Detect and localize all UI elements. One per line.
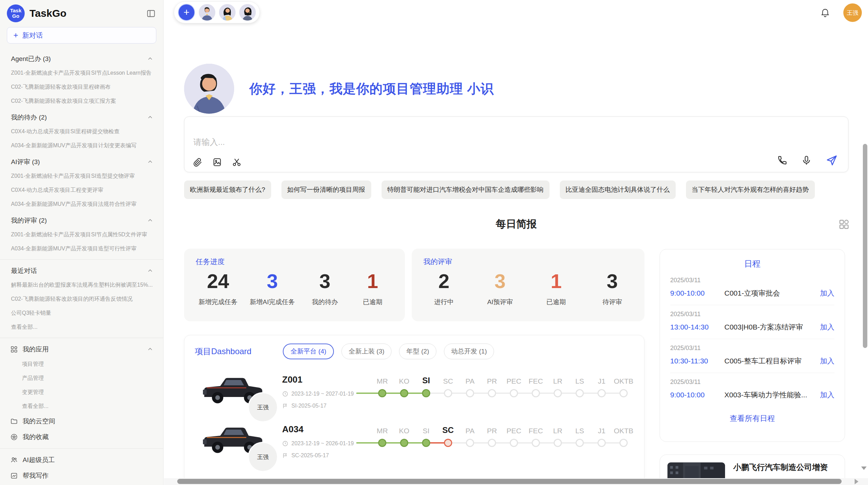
join-link[interactable]: 加入: [820, 356, 834, 366]
section-recent-chats[interactable]: 最近对话: [0, 263, 163, 278]
milestone-label: KO: [399, 423, 409, 435]
section-my-review[interactable]: 我的评审 (2): [0, 213, 163, 228]
section-my-todo[interactable]: 我的待办 (2): [0, 110, 163, 125]
send-icon[interactable]: [825, 154, 838, 166]
image-icon[interactable]: [212, 157, 222, 167]
horizontal-scrollbar-thumb[interactable]: [177, 479, 842, 484]
schedule-event-title: C005-整车工程目标评审: [724, 356, 820, 366]
join-link[interactable]: 加入: [820, 322, 834, 332]
new-chat-button[interactable]: + 新对话: [7, 27, 156, 43]
recent-chat-item[interactable]: C02-飞腾新能源轻客改款项目的闭环通告反馈情况: [0, 292, 163, 306]
sidebar-item-help-write[interactable]: 帮我写作: [0, 468, 163, 484]
phone-icon[interactable]: [777, 155, 787, 166]
milestone-label: MR: [377, 373, 388, 385]
milestone-dot: [400, 389, 408, 397]
app-item-change-mgmt[interactable]: 变更管理: [0, 385, 163, 399]
divider: [0, 448, 163, 449]
milestone: MR: [371, 373, 393, 401]
new-chat-label: 新对话: [22, 31, 43, 40]
briefing-title: 每日简报: [184, 217, 848, 231]
milestone: OKTB: [613, 423, 635, 451]
milestone-dot: [554, 389, 562, 397]
project-row[interactable]: 王强 Z001 2023-12-19 ~ 2027-01-19 SI-2025-…: [195, 372, 634, 409]
tab-new-platform[interactable]: 全新平台 (4): [283, 344, 334, 359]
tab-new-body[interactable]: 全新上装 (3): [341, 344, 392, 359]
recent-view-all[interactable]: 查看全部...: [0, 320, 163, 334]
sidebar-item[interactable]: Z001-全新燃油轻卡产品开发项目SI造型提交物评审: [0, 169, 163, 183]
stat: 3 我的待办: [307, 270, 343, 307]
suggestion-chip[interactable]: 欧洲新规最近颁布了什么?: [184, 181, 271, 199]
stat-value: 3: [594, 270, 630, 293]
sidebar-item[interactable]: C0X4-动力总成开发项目SI里程碑提交物检查: [0, 125, 163, 139]
chat-input[interactable]: [193, 137, 708, 147]
section-ai-review[interactable]: AI评审 (3): [0, 154, 163, 169]
add-agent-button[interactable]: +: [178, 4, 195, 21]
stat-value: 3: [482, 270, 518, 293]
chevron-up-icon: [147, 217, 154, 224]
sidebar-item[interactable]: A034-全新新能源MUV产品开发项目法规符合性评审: [0, 197, 163, 211]
recent-chat-item[interactable]: 公司Q3轻卡销量: [0, 306, 163, 320]
milestone: MR: [371, 423, 393, 451]
join-link[interactable]: 加入: [820, 288, 834, 298]
stat-value: 1: [355, 270, 390, 293]
stat: 1 已逾期: [355, 270, 390, 307]
schedule-time: 10:30-11:30: [670, 357, 724, 365]
user-avatar[interactable]: 王强: [843, 3, 862, 22]
recent-chat-item[interactable]: 解释最新出台的欧盟报废车法规再生塑料比例被调至15%...: [0, 278, 163, 292]
sidebar-item[interactable]: A034-全新新能源MUV产品开发项目造型可行性评审: [0, 242, 163, 256]
apps-view-all[interactable]: 查看全部...: [0, 399, 163, 413]
section-title: 我的待办 (2): [11, 113, 47, 122]
milestone-label: OKTB: [614, 373, 633, 385]
milestone: PA: [459, 373, 481, 401]
milestone: LR: [547, 373, 569, 401]
sidebar-item[interactable]: C02-飞腾新能源轻客改款项目立项汇报方案: [0, 94, 163, 108]
agent-avatar-3[interactable]: [239, 4, 256, 21]
milestone-track: MRKOSISCPAPRPECFECLRLSJ1OKTB: [371, 422, 635, 451]
sidebar-item-my-apps[interactable]: 我的应用: [0, 341, 163, 357]
layout-grid-icon[interactable]: [838, 219, 850, 230]
section-agent-done[interactable]: Agent已办 (3): [0, 51, 163, 66]
sidebar-item[interactable]: A034-全新新能源MUV产品开发项目计划变更表编写: [0, 139, 163, 153]
sidebar-item-favorites[interactable]: 我的收藏: [0, 429, 163, 445]
agent-avatar-2[interactable]: [219, 4, 236, 21]
scroll-down-arrow[interactable]: [861, 467, 867, 470]
project-flag-milestone: SI-2025-05-17: [282, 403, 368, 409]
milestone-label: PA: [466, 423, 474, 435]
sidebar-item[interactable]: C02-飞腾新能源轻客改款项目里程碑画布: [0, 80, 163, 94]
app-item-project-mgmt[interactable]: 项目管理: [0, 357, 163, 371]
sidebar-item[interactable]: Z001-全新燃油皮卡产品开发项目SI节点Lesson Learn报告: [0, 66, 163, 80]
divider: [0, 259, 163, 260]
notification-bell-icon[interactable]: [820, 8, 830, 18]
app-item-product-mgmt[interactable]: 产品管理: [0, 371, 163, 385]
suggestion-chip[interactable]: 比亚迪全固态电池计划具体说了什么: [560, 181, 676, 199]
milestone-label: OKTB: [614, 423, 633, 435]
tab-model-year[interactable]: 年型 (2): [399, 344, 436, 359]
join-link[interactable]: 加入: [820, 390, 834, 400]
scissors-icon[interactable]: [232, 157, 242, 167]
sidebar-item[interactable]: Z001-全新燃油轻卡产品开发项目SI节点属性5D文件评审: [0, 228, 163, 242]
sidebar-item-ai-employee[interactable]: AI超级员工: [0, 452, 163, 468]
vertical-scrollbar-thumb[interactable]: [863, 144, 867, 348]
paperclip-icon[interactable]: [193, 157, 203, 167]
stat-label: 进行中: [426, 298, 462, 307]
sidebar-item[interactable]: C0X4-动力总成开发项目工程变更评审: [0, 183, 163, 197]
project-row[interactable]: 王强 A034 2023-12-19 ~ 2026-01-19 SC-2025-…: [195, 422, 634, 459]
sidebar-item-creative-draw[interactable]: 创意制图: [0, 484, 163, 485]
stat-label: AI预评审: [482, 298, 518, 307]
ai-employee-label: AI超级员工: [23, 456, 55, 464]
milestone: FEC: [525, 373, 547, 401]
view-all-schedule-link[interactable]: 查看所有日程: [670, 413, 834, 424]
schedule-time: 13:00-14:30: [670, 323, 724, 331]
scroll-right-arrow[interactable]: [855, 479, 858, 484]
agent-avatar-1[interactable]: [199, 4, 215, 21]
milestone: PR: [481, 373, 503, 401]
sidebar-collapse-icon[interactable]: [145, 8, 157, 20]
schedule-item: 2025/03/11 13:00-14:30 C003|H0B-方案冻结评审 加…: [670, 305, 834, 339]
microphone-icon[interactable]: [801, 155, 812, 166]
suggestion-chip[interactable]: 特朗普可能对进口汽车增税会对中国车企造成哪些影响: [382, 181, 550, 199]
tab-powertrain[interactable]: 动总开发 (1): [444, 344, 494, 359]
milestone-dot: [444, 439, 452, 447]
sidebar-item-cloud-space[interactable]: 我的云空间: [0, 413, 163, 429]
suggestion-chip[interactable]: 如何写一份清晰的项目周报: [281, 181, 371, 199]
suggestion-chip[interactable]: 当下年轻人对汽车外观有怎样的喜好趋势: [686, 181, 815, 199]
